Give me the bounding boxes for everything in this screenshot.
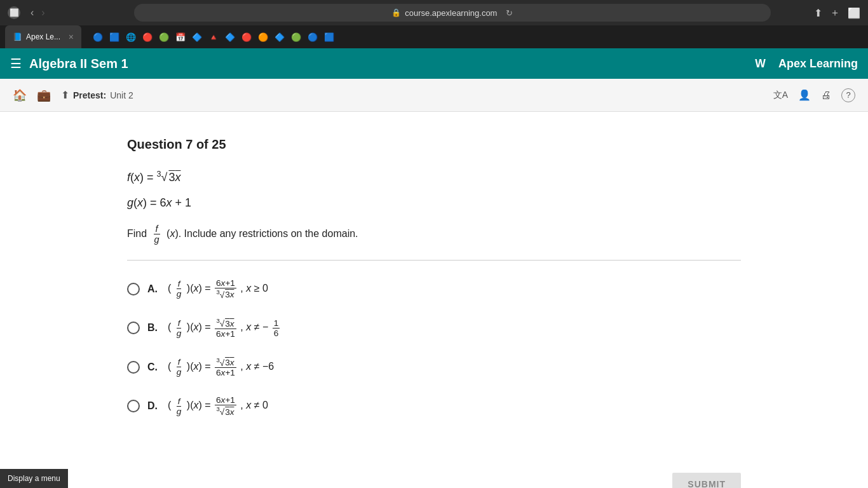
- sub-header-nav: ⬆ Pretest: Unit 2: [61, 89, 133, 101]
- option-b-label: B.: [147, 322, 158, 334]
- browser-tabs: 📘 Apex Le... × 🔵 🟦 🌐 🔴 🟢 📅 🔷 🔺 🔷 🔴 🟠 🔷 🟢…: [0, 25, 868, 48]
- option-d-expr: ( f g )(x) = 6x+1 3√3x , x ≠ 0: [168, 395, 268, 417]
- apex-logo-text: Apex Learning: [778, 57, 858, 71]
- option-b: B. ( f g )(x) = 3√3x 6x+1 , x ≠ − 1 6: [127, 317, 741, 339]
- option-b-expr: ( f g )(x) = 3√3x 6x+1 , x ≠ − 1 6: [168, 317, 281, 339]
- translate-icon[interactable]: 文A: [773, 90, 788, 101]
- accessibility-icon[interactable]: 👤: [798, 89, 811, 101]
- lock-icon: 🔒: [391, 8, 401, 17]
- math-instructions: Find f g (x). Include any restrictions o…: [127, 224, 741, 245]
- pretest-label: Pretest:: [73, 90, 106, 100]
- section-divider: [127, 260, 741, 261]
- option-c-expr: ( f g )(x) = 3√3x 6x+1 , x ≠ −6: [168, 356, 274, 378]
- briefcase-icon[interactable]: 💼: [37, 88, 51, 102]
- menu-icon[interactable]: ☰: [10, 56, 22, 71]
- submit-button[interactable]: SUBMIT: [672, 473, 741, 488]
- active-tab[interactable]: 📘 Apex Le... ×: [5, 25, 81, 48]
- submit-area: SUBMIT: [0, 473, 868, 488]
- browser-actions: ⬆ ＋ ⬜: [814, 6, 860, 20]
- browser-title-bar: ⬜ ‹ › 🔒 course.apexlearning.com ↻ ⬆ ＋ ⬜: [0, 0, 868, 25]
- option-c-label: C.: [147, 362, 158, 373]
- radio-b[interactable]: [127, 322, 140, 334]
- option-a: A. ( f g )(x) = 6x+1 3√3x , x ≥ 0: [127, 278, 741, 300]
- back-button[interactable]: ‹: [28, 7, 36, 18]
- refresh-icon[interactable]: ↻: [506, 8, 513, 18]
- share-icon[interactable]: ⬆: [814, 7, 822, 19]
- sort-icon: ⬆: [61, 89, 69, 101]
- radio-d[interactable]: [127, 400, 140, 412]
- option-d: D. ( f g )(x) = 6x+1 3√3x , x ≠ 0: [127, 395, 741, 417]
- apex-logo: W Apex Learning: [753, 53, 858, 74]
- windows-icon[interactable]: ⬜: [848, 7, 860, 19]
- main-content: Question 7 of 25 f(x) = 3√3x g(x) = 6x +…: [0, 112, 868, 460]
- cbrt-3x: 3√3x: [157, 171, 182, 184]
- unit-label: Unit 2: [110, 90, 133, 100]
- option-d-label: D.: [147, 400, 158, 412]
- radio-a[interactable]: [127, 283, 140, 295]
- sub-header-left: 🏠 💼 ⬆ Pretest: Unit 2: [13, 88, 133, 102]
- svg-text:W: W: [755, 57, 766, 70]
- tab-favicon: 📘: [13, 32, 22, 41]
- sub-header: 🏠 💼 ⬆ Pretest: Unit 2 文A 👤 🖨 ?: [0, 79, 868, 112]
- radio-c[interactable]: [127, 361, 140, 374]
- url-text: course.apexlearning.com: [405, 8, 497, 18]
- sub-header-right: 文A 👤 🖨 ?: [773, 88, 855, 102]
- app-title: Algebra II Sem 1: [29, 57, 128, 71]
- tab-close-icon[interactable]: ×: [69, 32, 74, 42]
- home-icon[interactable]: 🏠: [13, 88, 27, 102]
- app-header: ☰ Algebra II Sem 1 W Apex Learning: [0, 48, 868, 79]
- display-menu-button[interactable]: Display a menu: [0, 469, 68, 488]
- option-c: C. ( f g )(x) = 3√3x 6x+1 , x ≠ −6: [127, 356, 741, 378]
- forward-button[interactable]: ›: [39, 7, 47, 18]
- new-tab-icon[interactable]: ＋: [830, 6, 840, 20]
- option-a-expr: ( f g )(x) = 6x+1 3√3x , x ≥ 0: [168, 278, 268, 300]
- option-a-label: A.: [147, 283, 158, 295]
- tab-title: Apex Le...: [26, 32, 60, 41]
- question-header: Question 7 of 25: [127, 137, 741, 152]
- window-control-square[interactable]: ⬜: [8, 6, 20, 19]
- address-bar[interactable]: 🔒 course.apexlearning.com ↻: [134, 4, 771, 22]
- browser-nav: ‹ ›: [28, 7, 48, 18]
- function-g-display: g(x) = 6x + 1: [127, 193, 741, 213]
- help-icon[interactable]: ?: [841, 88, 855, 102]
- print-icon[interactable]: 🖨: [821, 90, 831, 101]
- app-header-left: ☰ Algebra II Sem 1: [10, 56, 128, 71]
- apex-logo-svg: W: [753, 53, 773, 74]
- browser-traffic-lights: ⬜: [8, 6, 20, 19]
- function-f-display: f(x) = 3√3x: [127, 167, 741, 187]
